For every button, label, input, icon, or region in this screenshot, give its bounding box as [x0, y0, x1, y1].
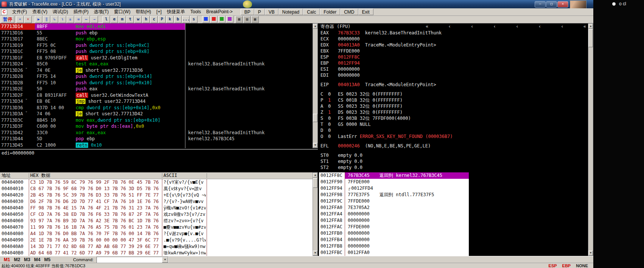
flag-row[interactable]: Z1DS 0023 32位 0(FFFFFFFF) — [319, 109, 588, 115]
register-row[interactable]: EBP0012FF94 — [319, 60, 588, 66]
scroll-down-icon[interactable]: ▼ — [313, 143, 317, 148]
stack-row[interactable]: 0012FFBC0012FFA0 — [319, 249, 469, 256]
dump-row[interactable]: 004040202B 45 7B 76 5C 39 7B 76 D3 33 7B… — [0, 192, 313, 198]
stack-row[interactable]: 0012FFB000000000 — [319, 230, 469, 237]
step-over-button[interactable]: ↴ — [59, 16, 66, 23]
close-button[interactable]: × — [557, 1, 568, 8]
disasm-row[interactable]: 77713D2E50push eaxkernel32.BaseThreadIni… — [0, 86, 313, 92]
menu-item[interactable]: 查看(V) — [30, 8, 50, 15]
disasm-row[interactable]: 77713D148BFFmov edi,edi — [0, 23, 313, 30]
panel-button-8[interactable]: k — [166, 16, 174, 23]
panel-button-0[interactable]: l — [103, 16, 110, 23]
animate-over-button[interactable]: ⇉ — [75, 16, 82, 23]
maximize-button[interactable]: □ — [546, 1, 557, 8]
quick-button-exit[interactable]: Exit — [358, 9, 373, 15]
stack-row[interactable]: 0012FFA800000000 — [319, 217, 469, 224]
disasm-row[interactable]: 77713D45C2 1000retn 0x10 — [0, 142, 313, 149]
disasm-row[interactable]: 77713D1655push ebp — [0, 30, 313, 36]
flag-row[interactable]: T0GS 0000 NULL — [319, 121, 588, 127]
plugin-green-button[interactable] — [218, 16, 226, 23]
scroll-thumb[interactable] — [588, 29, 593, 47]
panel-button-2[interactable]: m — [118, 16, 126, 23]
disasm-row[interactable]: 77713D3FC600 00mov byte ptr ds:[eax],0x0 — [0, 123, 313, 130]
dump-row[interactable]: 00404080A4 1D 7B 76 D0 BB 7A 76 70 7F 7B… — [0, 231, 313, 237]
dump-row[interactable]: 0040406093 97 7A 76 B9 3D 7A 76 A2 3E 7B… — [0, 218, 313, 224]
stack-row[interactable]: 0012FFA07E3705A2 — [319, 204, 469, 211]
minimize-button[interactable]: – — [535, 1, 546, 8]
disasm-row[interactable]: 77713D445Dpop ebpkernel32.767B3C45 — [0, 136, 313, 142]
panel-button-1[interactable]: e — [110, 16, 118, 23]
plugin-tool-button-2[interactable]: ▨ — [243, 16, 251, 23]
fpu-row[interactable]: ST2empty 0.0 — [319, 164, 588, 170]
dump-row[interactable]: 004040B0AD 64 6B 77 41 72 6D 77 A9 79 6B… — [0, 250, 313, 256]
scroll-down-icon[interactable]: ▼ — [588, 251, 593, 256]
plugin-tool-button-1[interactable]: ▦ — [235, 16, 243, 23]
stack-row[interactable]: 0012FF907FFDE000 — [319, 179, 469, 185]
window-tab-m3[interactable]: M3 — [24, 257, 30, 262]
disasm-row[interactable]: 77713D2FE8 B931FAFFcall user32.GetWindow… — [0, 92, 313, 99]
quick-button-cmd[interactable]: CMD — [340, 9, 358, 15]
register-row[interactable]: ESI00000000 — [319, 66, 588, 72]
disasm-row[interactable]: 77713D19FF75 0Cpush dword ptr ss:[ebp+0x… — [0, 42, 313, 49]
disasm-row[interactable]: 77713D36837D 14 00cmp dword ptr ss:[ebp+… — [0, 105, 313, 111]
register-row[interactable]: EAX767B3C33kernel32.BaseThreadInitThunk — [319, 30, 588, 36]
panel-button-3[interactable]: t — [126, 16, 134, 23]
restart-button[interactable]: « — [16, 16, 24, 23]
dump-row[interactable]: 00404000C3 1D 7B 76 59 8C 79 76 99 2F 7B… — [0, 179, 313, 186]
quick-button-vb[interactable]: VB — [265, 9, 278, 15]
goto-button[interactable]: → — [90, 16, 98, 23]
quick-button-p[interactable]: P — [254, 9, 265, 15]
panel-button-10[interactable]: ... — [182, 16, 190, 23]
plugin-red-button[interactable] — [210, 16, 218, 23]
stack-row[interactable]: 0012FF94┌0012FFD4 — [319, 185, 469, 192]
dump-row[interactable]: 00404030D6 2F 7B 76 D6 2D 7D 77 41 CF 7A… — [0, 198, 313, 205]
comment-column-separator[interactable] — [185, 23, 185, 148]
disasm-row[interactable]: 77713D2BFF75 10push dword ptr ss:[ebp+0x… — [0, 80, 313, 86]
quick-button-calc[interactable]: Calc — [303, 9, 320, 15]
menu-item[interactable]: 插件(P) — [71, 8, 91, 15]
pause-button[interactable]: ‖ — [43, 16, 50, 23]
window-tab-m2[interactable]: M2 — [14, 257, 20, 262]
quick-button-notepad[interactable]: Notepad — [278, 9, 303, 15]
register-row[interactable]: ESP0012FF8C — [319, 54, 588, 60]
quick-button-folder[interactable]: Folder — [320, 9, 340, 15]
stack-row[interactable]: 0012FF98777E37F5返回到 ntdll.777E37F5 — [319, 192, 469, 198]
disasm-row[interactable]: 77713D28FF75 14push dword ptr ss:[ebp+0x… — [0, 73, 313, 80]
register-row[interactable]: EBX7FFDE000 — [319, 48, 588, 54]
flag-row[interactable]: C0ES 0023 32位 0(FFFFFFFF) — [319, 91, 588, 97]
plugin-blue-button[interactable] — [202, 16, 210, 23]
panel-button-5[interactable]: h — [142, 16, 150, 23]
fpu-row[interactable]: ST0empty 0.0 — [319, 152, 588, 158]
window-tab-m1[interactable]: M1 — [4, 257, 10, 262]
window-tab-m4[interactable]: M4 — [34, 257, 40, 262]
stack-row[interactable]: 0012FF9C7FFDE000 — [319, 198, 469, 204]
plugin-purple-button[interactable] — [226, 16, 233, 23]
menu-item[interactable]: Tools — [188, 8, 204, 15]
scroll-up-icon[interactable]: ▲ — [313, 24, 317, 29]
disasm-scrollbar[interactable]: ▲ ▼ — [313, 23, 318, 148]
register-row[interactable]: EDX004013A0TraceMe.<ModuleEntryPoint> — [319, 42, 588, 48]
fpu-row[interactable]: ST1empty 0.0 — [319, 158, 588, 164]
panel-button-6[interactable]: c — [150, 16, 158, 23]
register-row[interactable]: ECX00000000 — [319, 36, 588, 42]
menu-item[interactable]: 窗口(W) — [111, 8, 133, 15]
menu-item[interactable]: 帮助(H) — [133, 8, 154, 15]
scroll-up-icon[interactable]: ▲ — [313, 173, 317, 178]
flag-row[interactable]: P1CS 001B 32位 0(FFFFFFFF) — [319, 97, 588, 103]
panel-button-9[interactable]: b — [174, 16, 182, 23]
pause-button[interactable]: 暂停 — [1, 16, 14, 23]
dump-row[interactable]: 00404010C8 67 7B 76 9F 68 79 76 D0 13 7B… — [0, 186, 313, 192]
flag-row[interactable]: S0FS 003B 32位 7FFDF000(4000) — [319, 115, 588, 121]
menu-item[interactable]: BreakPoint-> — [204, 8, 235, 15]
window-tab-m5[interactable]: M5 — [44, 257, 51, 262]
menu-item[interactable]: [+] — [154, 8, 164, 15]
disasm-row[interactable]: 77713D1CFF75 08push dword ptr ss:[ebp+0x… — [0, 48, 313, 55]
menu-item[interactable]: 调试(D) — [50, 8, 71, 15]
stack-row[interactable]: 0012FFB800000000 — [319, 243, 469, 249]
step-into-button[interactable]: ↳ — [51, 16, 58, 23]
run-button[interactable]: ▶ — [35, 16, 42, 23]
dump-row[interactable]: 0040407011 99 7B 76 16 1B 7A 76 A5 75 7B… — [0, 224, 313, 231]
disasm-row[interactable]: 77713D3C8B45 10mov eax,dword ptr ss:[ebp… — [0, 117, 313, 124]
hexdump-scrollbar[interactable]: ▲ ▼ — [313, 172, 318, 256]
panel-button-7[interactable]: P — [158, 16, 166, 23]
